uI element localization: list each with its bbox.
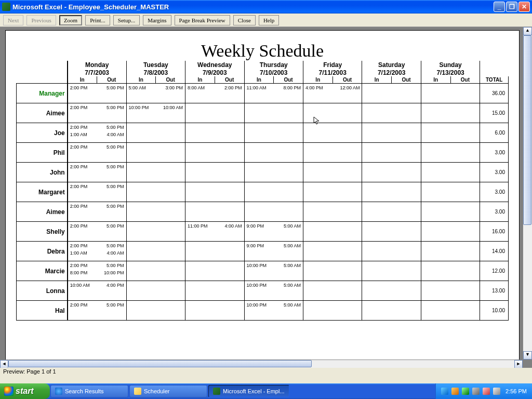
- in-header: In: [362, 76, 392, 84]
- shift-cell: 2:00 PM5:00 PM: [68, 301, 126, 321]
- shift-cell: 2:00 PM5:00 PM: [68, 163, 126, 182]
- start-button[interactable]: start: [0, 383, 50, 399]
- date-header: 7/9/2003: [185, 69, 244, 76]
- system-tray[interactable]: 2:56 PM: [435, 383, 532, 399]
- shift-cell: [421, 281, 480, 301]
- tray-icon[interactable]: [483, 388, 490, 395]
- scroll-down-button[interactable]: ▼: [523, 351, 532, 360]
- shift-cell: 2:00 PM5:00 PM: [68, 202, 126, 222]
- scroll-up-button[interactable]: ▲: [523, 27, 532, 35]
- shift-cell: [303, 261, 362, 281]
- total-cell: 16.00: [480, 222, 509, 242]
- next-button: Next: [3, 15, 23, 25]
- scroll-thumb[interactable]: [8, 360, 312, 367]
- shift-cell: [185, 163, 244, 182]
- page-preview[interactable]: Weekly Schedule MondayTuesdayWednesdayTh…: [5, 30, 520, 365]
- shift-cell: [303, 242, 362, 261]
- schedule-table: MondayTuesdayWednesdayThursdayFridaySatu…: [16, 61, 509, 321]
- print-button[interactable]: Print...: [85, 15, 110, 25]
- employee-name: Phil: [17, 143, 68, 163]
- out-header: Out: [274, 76, 303, 84]
- page-break-preview-button[interactable]: Page Break Preview: [175, 15, 230, 25]
- windows-logo-icon: [4, 387, 14, 396]
- shift-cell: [421, 182, 480, 202]
- shift-cell: 10:00 PM5:00 AM: [244, 281, 303, 301]
- taskbar-item[interactable]: Microsoft Excel - Empl...: [208, 385, 289, 397]
- shift-cell: [362, 103, 421, 123]
- total-cell: 10.00: [480, 301, 509, 321]
- date-header: 7/12/2003: [362, 69, 421, 76]
- employee-name: Marcie: [17, 261, 68, 281]
- shift-cell: [362, 123, 421, 143]
- shift-cell: [421, 143, 480, 163]
- margins-button[interactable]: Margins: [143, 15, 171, 25]
- shift-cell: [303, 202, 362, 222]
- scroll-thumb[interactable]: [523, 35, 531, 225]
- shift-cell: [362, 222, 421, 242]
- shift-cell: 2:00 PM5:00 PM1:00 AM4:00 AM: [68, 242, 126, 261]
- scroll-right-button[interactable]: ►: [514, 360, 523, 368]
- tray-icon[interactable]: [462, 388, 469, 395]
- shift-cell: [303, 182, 362, 202]
- scroll-left-button[interactable]: ◄: [0, 360, 8, 368]
- schedule-row: Joe2:00 PM5:00 PM1:00 AM4:00 AM6.00: [17, 123, 509, 143]
- shift-cell: [303, 163, 362, 182]
- xl-icon: [213, 388, 220, 395]
- tray-icon[interactable]: [451, 388, 459, 395]
- shift-cell: [362, 202, 421, 222]
- shift-cell: [303, 143, 362, 163]
- shift-cell: [126, 281, 185, 301]
- day-header: Sunday: [421, 61, 480, 69]
- taskbar-item[interactable]: Scheduler: [129, 385, 207, 397]
- tray-icon[interactable]: [472, 388, 480, 395]
- minimize-button[interactable]: _: [494, 2, 505, 12]
- day-header: Friday: [303, 61, 362, 69]
- out-header: Out: [332, 76, 362, 84]
- close-preview-button[interactable]: Close: [233, 15, 256, 25]
- setup-button[interactable]: Setup...: [113, 15, 140, 25]
- shift-cell: [362, 261, 421, 281]
- employee-name: Hal: [17, 301, 68, 321]
- scroll-track[interactable]: [523, 35, 532, 351]
- shift-cell: [126, 301, 185, 321]
- shift-cell: 2:00 PM5:00 PM: [68, 182, 126, 202]
- shift-cell: [126, 261, 185, 281]
- out-header: Out: [215, 76, 244, 84]
- horizontal-scrollbar[interactable]: ◄ ►: [0, 360, 523, 368]
- taskbar-item-label: Search Results: [65, 388, 104, 394]
- employee-name: Debra: [17, 242, 68, 261]
- total-header: TOTAL: [480, 76, 509, 84]
- scroll-track[interactable]: [8, 360, 514, 368]
- shift-cell: [244, 143, 303, 163]
- shift-cell: 2:00 PM5:00 PM8:00 PM10:00 PM: [68, 261, 126, 281]
- shift-cell: 10:00 PM5:00 AM: [244, 261, 303, 281]
- shift-cell: [185, 182, 244, 202]
- total-cell: 6.00: [480, 123, 509, 143]
- taskbar-clock[interactable]: 2:56 PM: [506, 388, 527, 394]
- shift-cell: [185, 261, 244, 281]
- volume-icon[interactable]: [493, 388, 500, 395]
- shift-cell: [421, 123, 480, 143]
- taskbar-item[interactable]: Search Results: [50, 385, 128, 397]
- status-text: Preview: Page 1 of 1: [3, 368, 56, 375]
- schedule-row: Marcie2:00 PM5:00 PM8:00 PM10:00 PM10:00…: [17, 261, 509, 281]
- shift-cell: [126, 163, 185, 182]
- date-header: 7/11/2003: [303, 69, 362, 76]
- shift-cell: [362, 301, 421, 321]
- maximize-button[interactable]: ❐: [506, 2, 517, 12]
- help-button[interactable]: Help: [259, 15, 279, 25]
- tray-icon[interactable]: [441, 388, 448, 395]
- total-cell: 13.00: [480, 281, 509, 301]
- schedule-row: Phil2:00 PM5:00 PM3.00: [17, 143, 509, 163]
- taskbar: start Search Results Scheduler Microsoft…: [0, 383, 532, 399]
- start-label: start: [16, 387, 34, 396]
- zoom-button[interactable]: Zoom: [59, 15, 82, 25]
- close-button[interactable]: ✕: [518, 2, 530, 12]
- shift-cell: [126, 143, 185, 163]
- shift-cell: [303, 123, 362, 143]
- shift-cell: [421, 163, 480, 182]
- shift-cell: [303, 281, 362, 301]
- employee-name: Aimee: [17, 202, 68, 222]
- vertical-scrollbar[interactable]: ▲ ▼: [523, 27, 532, 360]
- shift-cell: [244, 182, 303, 202]
